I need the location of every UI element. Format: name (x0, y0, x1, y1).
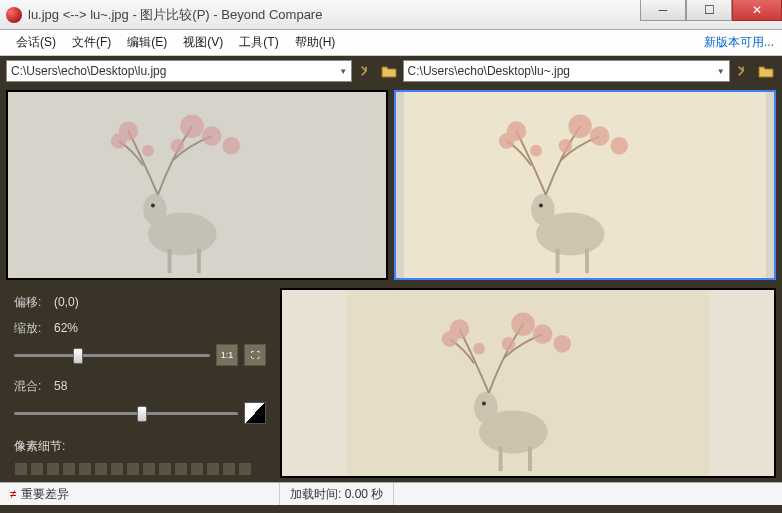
left-path-text: C:\Users\echo\Desktop\lu.jpg (11, 64, 166, 78)
svg-point-15 (531, 194, 554, 225)
svg-point-16 (539, 204, 543, 208)
svg-rect-31 (528, 447, 532, 471)
left-browse-button[interactable] (379, 61, 398, 81)
window-title: lu.jpg <--> lu~.jpg - 图片比较(P) - Beyond C… (28, 6, 640, 24)
offset-value: (0,0) (54, 295, 79, 309)
svg-point-38 (553, 335, 571, 353)
window-controls: ─ ☐ ✕ (640, 0, 782, 29)
left-path-input[interactable]: C:\Users\echo\Desktop\lu.jpg ▼ (6, 60, 352, 82)
menu-edit[interactable]: 编辑(E) (119, 31, 175, 54)
image-compare-area (0, 86, 782, 284)
zoom-fit-button[interactable]: ⛶ (244, 344, 266, 366)
status-loadtime: 加载时间: 0.00 秒 (280, 483, 394, 505)
zoom-11-button[interactable]: 1:1 (216, 344, 238, 366)
right-image (396, 92, 774, 278)
zoom-slider[interactable] (14, 346, 210, 364)
svg-point-7 (111, 133, 127, 149)
menu-view[interactable]: 视图(V) (175, 31, 231, 54)
svg-rect-18 (585, 249, 589, 273)
zoom-value: 62% (54, 321, 78, 335)
statusbar: ≠ 重要差异 加载时间: 0.00 秒 (0, 482, 782, 505)
diff-image-panel[interactable] (280, 288, 776, 478)
svg-point-37 (502, 337, 516, 351)
lower-area: 偏移: (0,0) 缩放: 62% 1:1 ⛶ 混合: 58 (0, 284, 782, 482)
svg-rect-4 (168, 249, 172, 273)
svg-point-24 (559, 139, 573, 153)
blend-slider-thumb[interactable] (137, 406, 147, 422)
svg-point-3 (151, 204, 155, 208)
right-browse-button[interactable] (757, 61, 776, 81)
zoom-slider-thumb[interactable] (73, 348, 83, 364)
close-button[interactable]: ✕ (732, 0, 782, 21)
svg-point-8 (180, 115, 203, 138)
controls-panel: 偏移: (0,0) 缩放: 62% 1:1 ⛶ 混合: 58 (6, 288, 274, 478)
svg-point-36 (473, 343, 485, 355)
menu-tools[interactable]: 工具(T) (231, 31, 286, 54)
svg-point-23 (530, 145, 542, 157)
right-image-panel[interactable] (394, 90, 776, 280)
svg-point-29 (482, 402, 486, 406)
svg-point-10 (142, 145, 154, 157)
app-icon (6, 7, 22, 23)
not-equal-icon: ≠ (10, 487, 17, 501)
svg-point-9 (202, 126, 222, 146)
diff-image (282, 290, 774, 476)
svg-point-33 (442, 331, 458, 347)
blend-mode-button[interactable] (244, 402, 266, 424)
svg-point-20 (499, 133, 515, 149)
left-image (8, 92, 386, 278)
offset-label: 偏移: (14, 294, 54, 311)
blend-label: 混合: (14, 378, 54, 395)
svg-point-35 (533, 324, 553, 344)
pixel-detail-grid (14, 462, 266, 476)
titlebar: lu.jpg <--> lu~.jpg - 图片比较(P) - Beyond C… (0, 0, 782, 30)
svg-rect-17 (556, 249, 560, 273)
dropdown-icon: ▼ (339, 67, 347, 76)
right-recent-button[interactable] (734, 61, 753, 81)
left-recent-button[interactable] (356, 61, 375, 81)
svg-rect-5 (197, 249, 201, 273)
left-image-panel[interactable] (6, 90, 388, 280)
update-link[interactable]: 新版本可用... (704, 34, 774, 51)
svg-point-12 (222, 137, 240, 155)
pixel-cell (14, 462, 28, 476)
svg-point-11 (171, 139, 185, 153)
path-toolbar: C:\Users\echo\Desktop\lu.jpg ▼ C:\Users\… (0, 56, 782, 86)
maximize-button[interactable]: ☐ (686, 0, 732, 21)
menu-help[interactable]: 帮助(H) (287, 31, 344, 54)
status-diff: ≠ 重要差异 (0, 483, 280, 505)
svg-point-25 (610, 137, 628, 155)
menu-session[interactable]: 会话(S) (8, 31, 64, 54)
status-diff-label: 重要差异 (21, 486, 69, 503)
blend-value: 58 (54, 379, 67, 393)
status-loadtime-text: 加载时间: 0.00 秒 (290, 486, 383, 503)
right-path-input[interactable]: C:\Users\echo\Desktop\lu~.jpg ▼ (403, 60, 730, 82)
svg-rect-30 (499, 447, 503, 471)
right-path-text: C:\Users\echo\Desktop\lu~.jpg (408, 64, 570, 78)
svg-point-22 (590, 126, 610, 146)
menu-file[interactable]: 文件(F) (64, 31, 119, 54)
pixel-detail-label: 像素细节: (14, 438, 65, 455)
minimize-button[interactable]: ─ (640, 0, 686, 21)
svg-point-2 (143, 194, 166, 225)
svg-point-34 (511, 313, 534, 336)
svg-point-28 (474, 392, 497, 423)
dropdown-icon: ▼ (717, 67, 725, 76)
blend-slider[interactable] (14, 404, 238, 422)
svg-point-21 (568, 115, 591, 138)
zoom-label: 缩放: (14, 320, 54, 337)
menubar: 会话(S) 文件(F) 编辑(E) 视图(V) 工具(T) 帮助(H) 新版本可… (0, 30, 782, 56)
